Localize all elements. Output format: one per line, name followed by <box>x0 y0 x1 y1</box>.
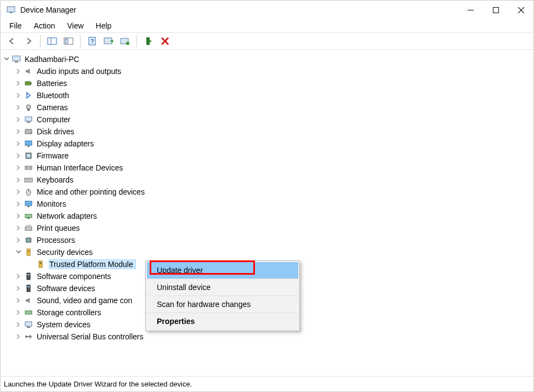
ctx-update-driver[interactable]: Update driver <box>147 262 298 279</box>
expander-icon[interactable] <box>15 272 22 280</box>
expander-icon[interactable] <box>15 164 22 172</box>
expander-icon[interactable] <box>15 309 22 316</box>
menu-view[interactable]: View <box>61 20 89 31</box>
ctx-scan-hardware[interactable]: Scan for hardware changes <box>147 296 298 313</box>
category-icon <box>24 151 33 161</box>
tree-category-node[interactable]: Audio inputs and outputs <box>15 65 531 77</box>
category-icon <box>24 139 33 149</box>
expander-icon[interactable] <box>15 200 22 208</box>
svg-rect-0 <box>7 7 15 12</box>
expander-icon[interactable] <box>15 285 22 292</box>
ctx-properties[interactable]: Properties <box>147 313 298 329</box>
svg-rect-20 <box>25 82 31 85</box>
tree-category-node[interactable]: Keyboards <box>15 174 531 186</box>
help-action-button[interactable] <box>61 34 76 48</box>
expander-icon[interactable] <box>15 321 22 328</box>
toolbar-separator <box>40 35 41 47</box>
help-toolbar-button[interactable]: ? <box>85 34 99 48</box>
expander-icon[interactable] <box>15 297 22 304</box>
tree-category-label: Processors <box>37 236 75 245</box>
update-driver-toolbar-button[interactable] <box>118 34 132 48</box>
category-icon <box>24 211 33 221</box>
enable-device-button[interactable] <box>141 34 156 48</box>
back-button[interactable] <box>5 34 19 48</box>
svg-rect-51 <box>27 249 30 255</box>
maximize-button[interactable] <box>483 1 508 19</box>
expander-icon[interactable] <box>15 92 22 99</box>
expander-icon[interactable] <box>15 176 22 184</box>
tree-category-node[interactable]: Display adapters <box>15 138 531 150</box>
category-icon <box>24 271 33 281</box>
svg-rect-41 <box>27 206 30 207</box>
svg-rect-40 <box>25 201 32 206</box>
window-title: Device Manager <box>20 5 76 14</box>
expander-icon[interactable] <box>3 55 10 63</box>
tree-category-node[interactable]: Mice and other pointing devices <box>15 186 531 198</box>
expander-icon[interactable] <box>15 224 22 232</box>
expander-icon[interactable] <box>15 212 22 220</box>
svg-point-34 <box>30 167 31 168</box>
spacer <box>27 260 35 268</box>
expander-icon[interactable] <box>15 104 22 111</box>
tree-category-node[interactable]: Disk drives <box>15 126 531 138</box>
svg-rect-43 <box>27 218 30 219</box>
menu-file[interactable]: File <box>4 20 27 31</box>
menu-help[interactable]: Help <box>90 20 117 31</box>
tree-category-label: Batteries <box>37 79 67 88</box>
expander-icon[interactable] <box>15 333 22 340</box>
tree-category-label: Software components <box>37 272 111 281</box>
minimize-button[interactable] <box>458 1 483 19</box>
svg-point-62 <box>25 336 27 338</box>
expander-icon[interactable] <box>15 79 22 87</box>
tree-category-label: Disk drives <box>37 127 74 136</box>
tree-category-label: Mice and other pointing devices <box>37 188 145 196</box>
tree-category-label: Firmware <box>37 151 69 160</box>
expander-icon[interactable] <box>15 128 22 135</box>
category-icon <box>24 296 33 305</box>
uninstall-device-button[interactable] <box>158 34 172 48</box>
tree-category-label: Cameras <box>37 103 68 112</box>
svg-rect-9 <box>65 39 68 43</box>
context-menu: Update driver Uninstall device Scan for … <box>145 260 300 331</box>
tpm-device-icon <box>36 259 46 269</box>
title-bar: Device Manager <box>1 1 533 19</box>
tree-category-label: Monitors <box>37 200 66 208</box>
menu-action[interactable]: Action <box>29 20 61 31</box>
tree-category-node[interactable]: Firmware <box>15 150 531 162</box>
svg-rect-31 <box>27 154 30 157</box>
expander-icon[interactable] <box>15 236 22 244</box>
expander-icon[interactable] <box>15 67 22 75</box>
expander-icon[interactable] <box>15 140 22 147</box>
expander-icon[interactable] <box>15 248 22 256</box>
svg-rect-25 <box>27 122 30 123</box>
tree-category-node[interactable]: Network adapters <box>15 210 531 222</box>
tree-category-node[interactable]: Human Interface Devices <box>15 162 531 174</box>
tree-category-node[interactable]: Cameras <box>15 101 531 113</box>
forward-button[interactable] <box>21 34 36 48</box>
tree-category-label: Software devices <box>37 284 95 293</box>
svg-rect-32 <box>25 166 32 169</box>
category-icon <box>24 199 33 209</box>
status-text: Launches the Update Driver Wizard for th… <box>4 380 192 388</box>
scan-hardware-button[interactable] <box>101 34 116 48</box>
category-icon <box>24 223 33 233</box>
tree-category-node[interactable]: Print queues <box>15 222 531 234</box>
tree-category-node[interactable]: Processors <box>15 234 531 246</box>
ctx-uninstall-device[interactable]: Uninstall device <box>147 279 298 296</box>
expander-icon[interactable] <box>15 188 22 196</box>
svg-rect-57 <box>27 285 30 292</box>
close-button[interactable] <box>508 1 533 19</box>
svg-rect-3 <box>493 7 498 13</box>
expander-icon[interactable] <box>15 152 22 160</box>
tree-category-node[interactable]: Batteries <box>15 77 531 89</box>
svg-point-52 <box>28 251 30 252</box>
tree-category-node[interactable]: Bluetooth <box>15 89 531 101</box>
tree-category-node[interactable]: Monitors <box>15 198 531 210</box>
category-icon <box>24 332 33 342</box>
svg-point-14 <box>126 42 129 45</box>
tree-category-node[interactable]: Universal Serial Bus controllers <box>15 331 531 343</box>
show-hide-tree-button[interactable] <box>45 34 59 48</box>
tree-category-node[interactable]: Computer <box>15 113 531 126</box>
expander-icon[interactable] <box>15 116 22 123</box>
device-tree[interactable]: Kadhambari-PC Audio inputs and outputsBa… <box>1 50 533 376</box>
